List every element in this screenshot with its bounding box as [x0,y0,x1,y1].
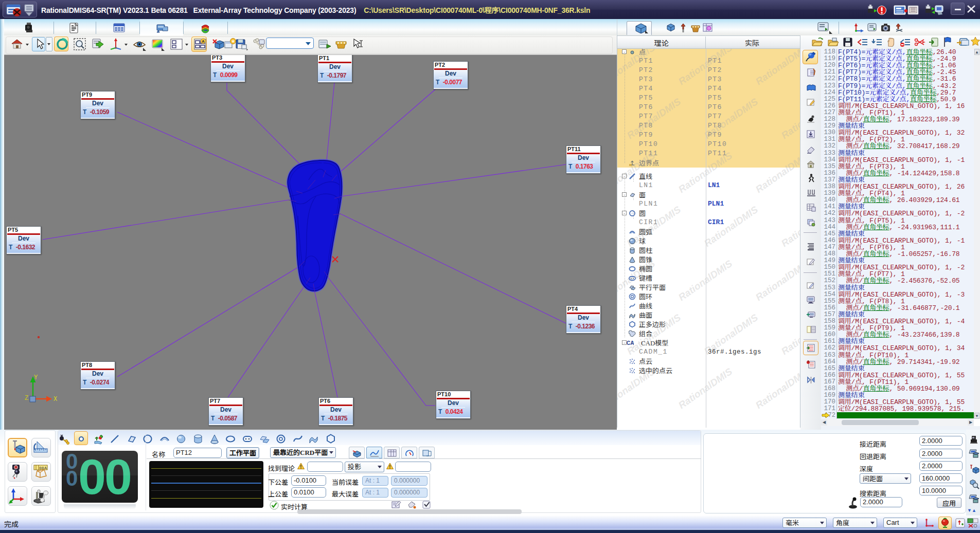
svg-text:CAD: CAD [627,340,634,346]
svg-text:Y: Y [34,374,38,381]
svg-text:Z: Z [25,395,28,402]
svg-text:08: 08 [39,466,44,470]
svg-text:X: X [54,396,57,403]
svg-text:A: A [44,466,47,470]
svg-text:A: A [202,39,205,44]
